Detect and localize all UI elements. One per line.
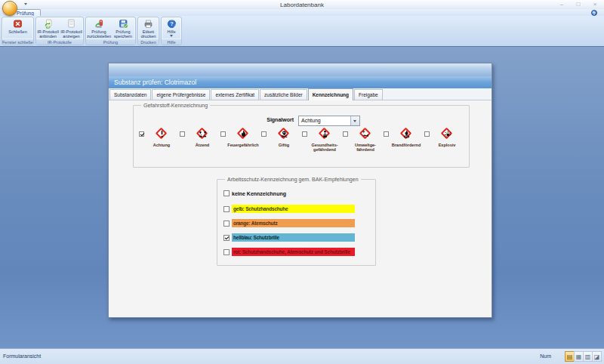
- svg-text:?: ?: [170, 20, 174, 27]
- option-gelb: gelb: Schutzhandschuhe: [223, 205, 355, 213]
- ribbon-group-fenster-schliessen: Schließen Fenster schließen: [2, 17, 34, 45]
- ribbon-tab-row: Prüfung ?: [0, 9, 604, 16]
- environment-hazard-icon: [362, 130, 370, 138]
- orange-label: orange: Atemschutz: [232, 219, 355, 227]
- form-window: Substanz prüfen: Clotrimazol Substanzdat…: [108, 63, 492, 318]
- ribbon-group-drucken: Etikett drucken Drucken: [137, 17, 159, 45]
- tab-freigabe[interactable]: Freigabe: [354, 89, 383, 100]
- pictogram-giftig: Giftig: [261, 125, 300, 152]
- rot-checkbox[interactable]: [223, 249, 230, 255]
- gefahrstoff-groupbox-title: Gefahrstoff-Kennzeichnung: [141, 103, 210, 108]
- form-title: Substanz prüfen: Clotrimazol: [109, 76, 492, 88]
- pictogram-aetzend: Ätzend: [180, 125, 219, 152]
- ir-protokoll-anzeigen-button[interactable]: IR-Protokoll anzeigen: [60, 17, 83, 39]
- health-hazard-icon: [321, 130, 329, 138]
- ribbon-group-pruefung: Prüfung zurückstellen Prüfung speichern …: [85, 17, 136, 45]
- tab-zusaetzliche-bilder[interactable]: zusätzliche Bilder: [260, 89, 307, 100]
- orange-checkbox[interactable]: [223, 221, 230, 227]
- signalwort-select[interactable]: Achtung: [298, 116, 360, 126]
- save-check-icon: [119, 19, 128, 29]
- keine-kennzeichnung-checkbox[interactable]: [223, 190, 230, 196]
- form-tab-strip: Substanzdaten eigene Prüfergebnisse exte…: [109, 88, 492, 100]
- form-content: Gefahrstoff-Kennzeichnung Signalwort Ach…: [109, 100, 492, 317]
- help-question-icon: ?: [167, 19, 177, 29]
- gelb-label: gelb: Schutzhandschuhe: [232, 205, 355, 213]
- gefahrstoff-groupbox: Gefahrstoff-Kennzeichnung Signalwort Ach…: [133, 105, 470, 168]
- flame-over-circle-icon: [402, 130, 411, 138]
- pictogram-gesundheitsgefaehrdend: Gesundheits- gefährdend: [302, 125, 341, 152]
- application-window: Labordatenbank – □ × Prüfung ? Schließen: [0, 0, 604, 364]
- aetzend-checkbox[interactable]: [180, 131, 185, 137]
- pictogram-brandfoerdernd: Brandfördernd: [384, 125, 423, 152]
- hellblau-checkbox[interactable]: [223, 235, 230, 241]
- show-protocol-icon: [66, 19, 76, 29]
- rot-label: rot: Schutzhandschuhe, Atemschutz und Sc…: [232, 248, 355, 256]
- gesundheitsgefaehrdend-checkbox[interactable]: [302, 131, 307, 137]
- umweltgefaehrdend-checkbox[interactable]: [343, 131, 348, 137]
- etikett-drucken-button[interactable]: Etikett drucken: [138, 17, 159, 39]
- arbeitsschutz-groupbox: Arbeitsschutz-Kennzeichnung gem. BAK-Emp…: [217, 179, 376, 266]
- feuergefaehrlich-checkbox[interactable]: [220, 131, 226, 137]
- flame-icon: [239, 130, 248, 138]
- window-titlebar: Labordatenbank – □ ×: [0, 0, 604, 9]
- exploding-bomb-icon: [443, 130, 451, 138]
- close-window-button[interactable]: ×: [590, 1, 599, 8]
- schliessen-button[interactable]: Schließen: [3, 17, 33, 39]
- ribbon: Schließen Fenster schließen IR-Protokoll…: [0, 16, 604, 47]
- option-keine-kennzeichnung: keine Kennzeichnung: [223, 190, 286, 196]
- num-lock-indicator: Num: [540, 349, 551, 364]
- signalwort-label: Signalwort: [217, 117, 294, 122]
- pruefung-speichern-button[interactable]: Prüfung speichern: [112, 17, 135, 39]
- help-icon[interactable]: ?: [591, 10, 597, 16]
- pictogram-umweltgefaehrdend: Umweltge- fährdend: [343, 125, 382, 152]
- option-rot: rot: Schutzhandschuhe, Atemschutz und Sc…: [223, 248, 355, 256]
- view-switcher: ▤ ▦ ▥ ◪: [565, 351, 602, 362]
- arbeitsschutz-groupbox-title: Arbeitsschutz-Kennzeichnung gem. BAK-Emp…: [225, 177, 361, 182]
- pruefung-zurueckstellen-button[interactable]: Prüfung zurückstellen: [87, 17, 112, 39]
- attach-protocol-icon: [43, 19, 53, 29]
- corrosive-icon: [199, 130, 207, 138]
- view-status-label: Formularansicht: [3, 349, 41, 364]
- hellblau-label: hellblau: Schutzbrille: [232, 233, 355, 242]
- brandfoerdernd-checkbox[interactable]: [384, 131, 389, 137]
- tab-substanzdaten[interactable]: Substanzdaten: [109, 89, 151, 100]
- office-button[interactable]: [2, 1, 17, 16]
- hilfe-dropdown-icon: [170, 35, 173, 37]
- chevron-down-icon: [353, 120, 356, 122]
- exclamation-mark-icon: [158, 130, 166, 138]
- explosiv-checkbox[interactable]: [424, 131, 430, 137]
- signalwort-value: Achtung: [301, 118, 321, 123]
- option-hellblau: hellblau: Schutzbrille: [223, 233, 355, 242]
- gelb-checkbox[interactable]: [223, 206, 230, 212]
- hilfe-button[interactable]: ? Hilfe: [162, 17, 181, 39]
- pictogram-explosiv: Explosiv: [424, 125, 464, 152]
- status-bar: Formularansicht Num ▤ ▦ ▥ ◪: [0, 348, 604, 364]
- design-view-button[interactable]: ◪: [592, 351, 602, 362]
- maximize-button[interactable]: □: [574, 1, 583, 8]
- signalwort-dropdown-button[interactable]: [350, 116, 359, 125]
- ribbon-group-ir-protokolle: IR-Protokoll anbinden IR-Protokoll anzei…: [35, 17, 84, 45]
- window-title: Labordatenbank: [0, 2, 604, 8]
- option-orange: orange: Atemschutz: [223, 219, 355, 227]
- tab-kennzeichnung[interactable]: Kennzeichnung: [308, 88, 353, 100]
- achtung-checkbox[interactable]: [139, 131, 144, 137]
- close-icon: [13, 19, 23, 29]
- defer-check-icon: [94, 19, 104, 29]
- pictogram-feuergefaehrlich: Feuergefährlich: [220, 125, 260, 152]
- tab-externes-zertifikat[interactable]: externes Zertifikat: [211, 89, 259, 100]
- pictogram-achtung: Achtung: [139, 125, 178, 152]
- printer-icon: [143, 19, 153, 29]
- tab-eigene-pruefergebnisse[interactable]: eigene Prüfergebnisse: [152, 89, 210, 100]
- pictogram-row: Achtung: [139, 125, 464, 152]
- ribbon-group-hilfe: ? Hilfe Hilfe: [161, 17, 182, 45]
- giftig-checkbox[interactable]: [261, 131, 267, 137]
- form-frame-top: [109, 63, 492, 76]
- ir-protokoll-anbinden-button[interactable]: IR-Protokoll anbinden: [36, 17, 60, 39]
- minimize-button[interactable]: –: [557, 1, 566, 8]
- skull-crossbones-icon: [280, 130, 288, 138]
- quick-access-dropdown-icon[interactable]: [24, 3, 27, 5]
